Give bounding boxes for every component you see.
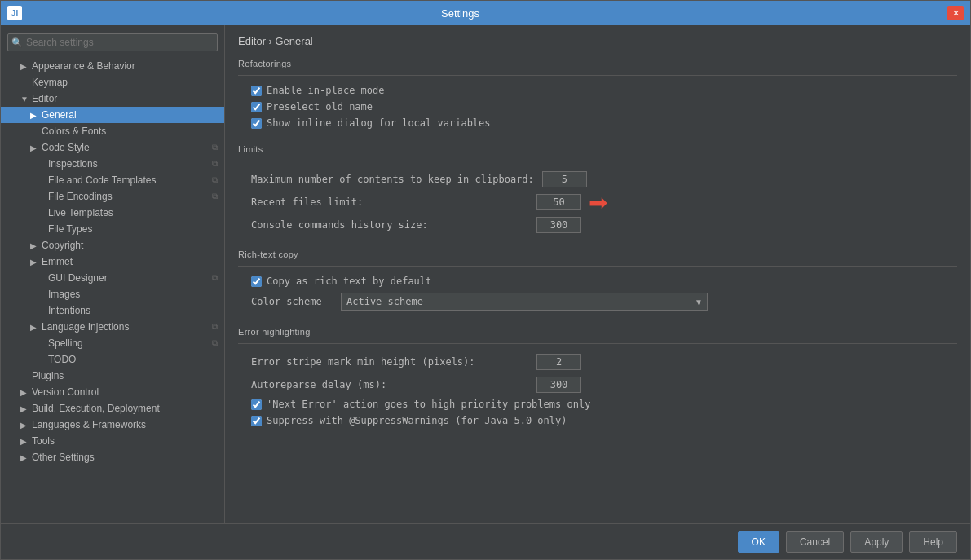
sidebar-item-label: Other Settings — [32, 452, 95, 463]
sidebar-item-language-injections[interactable]: ▶ Language Injections ⧉ — [1, 319, 224, 335]
cancel-button[interactable]: Cancel — [786, 531, 844, 553]
sidebar-item-live-templates[interactable]: Live Templates — [1, 205, 224, 221]
sidebar-item-build[interactable]: ▶ Build, Execution, Deployment — [1, 400, 224, 417]
sidebar-item-todo[interactable]: TODO — [1, 351, 224, 368]
color-scheme-select[interactable]: Active scheme Default Darcula — [341, 293, 708, 311]
panel-header: Editor › General — [225, 25, 970, 55]
sidebar-item-label: Copyright — [42, 240, 83, 251]
sidebar: 🔍 ▶ Appearance & Behavior Keymap ▼ Edito… — [1, 25, 225, 523]
window-controls: ✕ — [947, 6, 964, 20]
autoreparse-input[interactable] — [536, 377, 581, 393]
sidebar-item-label: Tools — [32, 435, 55, 447]
checkbox-copy-rich[interactable] — [251, 276, 262, 287]
field-label: Error stripe mark min height (pixels): — [251, 356, 528, 368]
sidebar-item-label: Build, Execution, Deployment — [32, 403, 160, 414]
sidebar-item-other-settings[interactable]: ▶ Other Settings — [1, 449, 224, 465]
recent-files-input[interactable] — [536, 194, 581, 210]
section-title-rich-text: Rich-text copy — [238, 249, 957, 259]
sidebar-item-label: TODO — [48, 354, 76, 365]
sidebar-item-label: Language Injections — [42, 321, 129, 333]
breadcrumb: Editor › General — [238, 35, 313, 47]
sidebar-item-copyright[interactable]: ▶ Copyright — [1, 237, 224, 254]
sidebar-item-inspections[interactable]: Inspections ⧉ — [1, 156, 224, 172]
sidebar-item-label: File Types — [48, 223, 92, 235]
sidebar-item-editor[interactable]: ▼ Editor — [1, 90, 224, 107]
main-panel: Editor › General Refactorings Enable in-… — [225, 25, 970, 523]
help-button[interactable]: Help — [909, 531, 957, 553]
sidebar-item-gui-designer[interactable]: GUI Designer ⧉ — [1, 270, 224, 286]
section-title-limits: Limits — [238, 144, 957, 154]
expand-arrow-icon: ▶ — [30, 258, 38, 267]
sidebar-item-emmet[interactable]: ▶ Emmet — [1, 254, 224, 270]
title-bar-left: JI — [7, 6, 22, 20]
stripe-mark-input[interactable] — [536, 354, 581, 370]
checkbox-label: Copy as rich text by default — [267, 276, 431, 287]
sidebar-item-label: GUI Designer — [48, 272, 108, 284]
console-history-input[interactable] — [536, 217, 581, 233]
ok-button[interactable]: OK — [738, 531, 779, 553]
checkbox-row-enable-inplace: Enable in-place mode — [238, 82, 957, 99]
apply-button[interactable]: Apply — [850, 531, 903, 553]
sidebar-item-label: Spelling — [48, 337, 83, 349]
sidebar-item-intentions[interactable]: Intentions — [1, 302, 224, 319]
title-bar: JI Settings ✕ — [1, 1, 970, 25]
sidebar-item-label: Images — [48, 289, 80, 300]
field-row-clipboard: Maximum number of contents to keep in cl… — [238, 168, 957, 191]
sidebar-item-general[interactable]: ▶ General — [1, 107, 224, 123]
copy-icon: ⧉ — [212, 159, 218, 169]
checkbox-enable-inplace[interactable] — [251, 86, 262, 96]
field-label: Maximum number of contents to keep in cl… — [251, 174, 534, 185]
field-label: Console commands history size: — [251, 219, 528, 231]
sidebar-item-colors-fonts[interactable]: Colors & Fonts — [1, 123, 224, 139]
checkbox-suppress-warnings[interactable] — [251, 416, 262, 426]
color-scheme-label: Color scheme — [251, 296, 333, 307]
sidebar-item-file-types[interactable]: File Types — [1, 221, 224, 237]
field-row-console-history: Console commands history size: — [238, 214, 957, 236]
expand-arrow-icon: ▶ — [30, 241, 38, 250]
checkbox-preselect-old[interactable] — [251, 102, 262, 112]
field-row-stripe-mark: Error stripe mark min height (pixels): — [238, 351, 957, 373]
app-icon: JI — [7, 6, 22, 20]
expand-arrow-icon: ▶ — [20, 404, 29, 413]
color-scheme-select-wrapper: Active scheme Default Darcula ▼ — [341, 293, 708, 311]
checkbox-label: Enable in-place mode — [267, 85, 385, 96]
section-divider — [238, 266, 957, 267]
sidebar-item-version-control[interactable]: ▶ Version Control — [1, 384, 224, 400]
sidebar-item-languages[interactable]: ▶ Languages & Frameworks — [1, 417, 224, 433]
sidebar-item-label: Keymap — [32, 77, 68, 88]
sidebar-item-label: Version Control — [32, 386, 99, 398]
section-title-refactorings: Refactorings — [238, 59, 957, 68]
search-box: 🔍 — [7, 33, 218, 51]
field-row-autoreparse: Autoreparse delay (ms): — [238, 373, 957, 396]
close-button[interactable]: ✕ — [947, 6, 964, 20]
clipboard-input[interactable] — [542, 171, 587, 187]
checkbox-label: Suppress with @SuppressWarnings (for Jav… — [267, 415, 567, 426]
sidebar-item-tools[interactable]: ▶ Tools — [1, 433, 224, 449]
checkbox-row-show-inline-dialog: Show inline dialog for local variables — [238, 115, 957, 131]
sidebar-item-file-code-templates[interactable]: File and Code Templates ⧉ — [1, 172, 224, 188]
expand-arrow-icon: ▶ — [20, 421, 29, 430]
sidebar-item-label: Colors & Fonts — [42, 126, 106, 137]
sidebar-item-label: File and Code Templates — [48, 174, 157, 186]
checkbox-next-error[interactable] — [251, 399, 262, 410]
checkbox-show-inline-dialog[interactable] — [251, 118, 262, 129]
checkbox-label: Preselect old name — [267, 101, 373, 112]
sidebar-item-images[interactable]: Images — [1, 286, 224, 302]
sidebar-item-plugins[interactable]: Plugins — [1, 368, 224, 384]
sidebar-item-label: Live Templates — [48, 207, 113, 218]
checkbox-row-preselect-old: Preselect old name — [238, 99, 957, 115]
expand-arrow-icon: ▶ — [30, 111, 38, 120]
checkbox-row-suppress-warnings: Suppress with @SuppressWarnings (for Jav… — [238, 412, 957, 429]
sidebar-item-spelling[interactable]: Spelling ⧉ — [1, 335, 224, 351]
sidebar-item-keymap[interactable]: Keymap — [1, 74, 224, 90]
sidebar-item-code-style[interactable]: ▶ Code Style ⧉ — [1, 139, 224, 156]
sidebar-item-label: Appearance & Behavior — [32, 60, 135, 72]
copy-icon: ⧉ — [212, 322, 218, 332]
sidebar-item-appearance[interactable]: ▶ Appearance & Behavior — [1, 58, 224, 74]
checkbox-row-copy-rich: Copy as rich text by default — [238, 273, 957, 289]
checkbox-label: 'Next Error' action goes to high priorit… — [267, 399, 590, 410]
rich-text-section: Rich-text copy Copy as rich text by defa… — [238, 249, 957, 314]
search-input[interactable] — [7, 33, 218, 51]
sidebar-item-file-encodings[interactable]: File Encodings ⧉ — [1, 188, 224, 205]
sidebar-item-label: Languages & Frameworks — [32, 419, 146, 430]
